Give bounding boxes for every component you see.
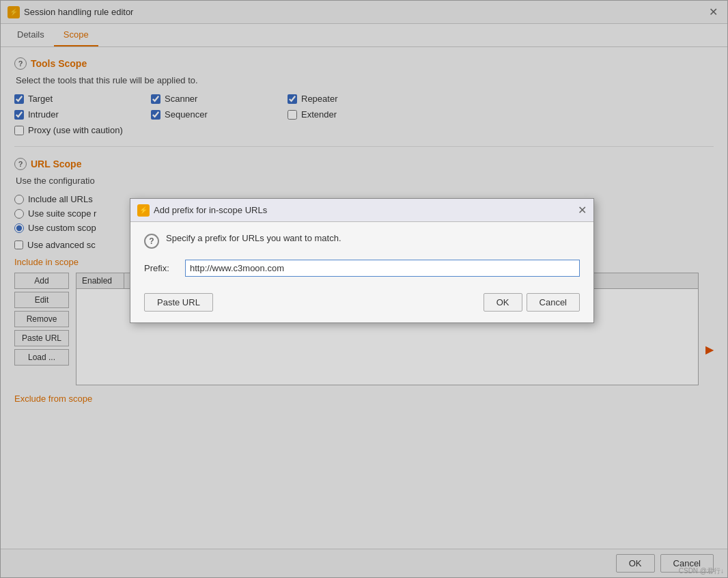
prefix-row: Prefix: <box>144 260 580 277</box>
modal-title-text: Add prefix for in-scope URLs <box>154 205 267 215</box>
modal-dialog: ⚡ Add prefix for in-scope URLs ✕ ? Speci… <box>130 198 594 323</box>
modal-cancel-button[interactable]: Cancel <box>527 293 580 312</box>
modal-btn-group: OK Cancel <box>484 293 580 312</box>
modal-burp-icon: ⚡ <box>137 204 150 217</box>
modal-buttons: Paste URL OK Cancel <box>144 290 580 312</box>
modal-close-button[interactable]: ✕ <box>578 204 587 217</box>
modal-help-icon[interactable]: ? <box>144 234 159 249</box>
modal-ok-button[interactable]: OK <box>484 293 522 312</box>
modal-titlebar: ⚡ Add prefix for in-scope URLs ✕ <box>130 199 593 222</box>
modal-description: Specify a prefix for URLs you want to ma… <box>166 233 341 243</box>
modal-body: ? Specify a prefix for URLs you want to … <box>130 222 593 322</box>
modal-title-left: ⚡ Add prefix for in-scope URLs <box>137 204 267 217</box>
modal-paste-url-button[interactable]: Paste URL <box>144 293 213 312</box>
prefix-input[interactable] <box>185 260 580 277</box>
prefix-label: Prefix: <box>144 263 178 273</box>
modal-desc-row: ? Specify a prefix for URLs you want to … <box>144 233 580 249</box>
